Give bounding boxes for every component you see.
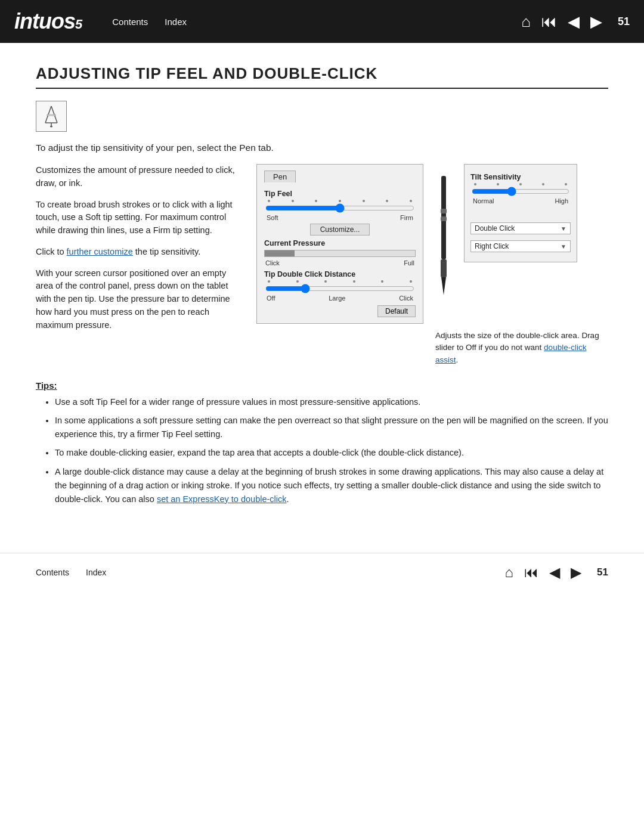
footer-nav: Contents Index — [36, 568, 106, 577]
tilt-panel: Tilt Sensitivity Normal — [464, 164, 577, 262]
tip-2: In some applications a soft pressure set… — [55, 414, 608, 441]
tips-list: Use a soft Tip Feel for a wider range of… — [55, 395, 608, 506]
tip-double-click-slider-container: Off Large Click — [264, 280, 416, 302]
tip-double-click-label: Tip Double Click Distance — [264, 270, 416, 278]
tilt-dots — [472, 183, 569, 185]
contents-link[interactable]: Contents — [112, 17, 148, 27]
tilt-slider-container: Normal High — [470, 183, 571, 205]
dot1 — [268, 200, 270, 202]
dot3 — [315, 200, 317, 202]
footer-icons: ⌂ ⏮ ◀ ▶ 51 — [505, 564, 608, 581]
large-label: Large — [329, 295, 345, 302]
footer-home-icon[interactable]: ⌂ — [505, 564, 514, 581]
home-icon[interactable]: ⌂ — [521, 13, 531, 31]
logo: intuos5 — [14, 9, 82, 34]
dcd-dot2 — [296, 280, 299, 283]
tip-feel-dots — [265, 200, 414, 202]
svg-rect-7 — [441, 259, 447, 277]
main-content: Adjusting Tip Feel and Double-Click To a… — [0, 43, 644, 535]
tip-feel-label: Tip Feel — [264, 190, 416, 198]
svg-rect-9 — [441, 209, 447, 213]
footer-first-icon[interactable]: ⏮ — [524, 564, 538, 581]
page-title: Adjusting Tip Feel and Double-Click — [36, 64, 608, 89]
panel-left-section: Tip Feel — [264, 190, 416, 317]
dcd-dot1 — [268, 280, 270, 283]
tilt-dot3 — [519, 183, 522, 185]
svg-point-4 — [50, 126, 52, 128]
para4: With your screen cursor positioned over … — [36, 267, 239, 332]
click-label: Click — [265, 259, 280, 267]
para1: Customizes the amount of pressure needed… — [36, 164, 239, 190]
dcd-dot3 — [324, 280, 327, 283]
para2: To create broad brush strokes or to clic… — [36, 199, 239, 237]
soft-label: Soft — [267, 214, 278, 221]
tilt-sensitivity-label: Tilt Sensitivity — [470, 173, 571, 181]
dcd-dots — [265, 280, 414, 283]
high-label: High — [555, 197, 568, 205]
further-customize-link[interactable]: further customize — [67, 247, 133, 256]
index-link[interactable]: Index — [165, 17, 187, 27]
dot5 — [363, 200, 365, 202]
tip-feel-slider[interactable] — [265, 204, 414, 212]
logo-text: intuos — [14, 9, 75, 34]
double-click-arrow: ▼ — [561, 225, 566, 232]
footer-next-icon[interactable]: ▶ — [571, 564, 581, 581]
tilt-labels: Normal High — [472, 197, 569, 205]
pen-drawing-icon — [42, 105, 60, 128]
right-click-label: Right Click — [475, 242, 509, 250]
double-click-section: Double Click ▼ — [470, 222, 571, 234]
dot4 — [339, 200, 341, 202]
tip-1: Use a soft Tip Feel for a wider range of… — [55, 395, 608, 409]
tilt-dot4 — [542, 183, 544, 185]
svg-marker-8 — [441, 277, 446, 295]
customize-button[interactable]: Customize... — [310, 224, 370, 236]
tilt-dot2 — [497, 183, 499, 185]
dcd-dot4 — [353, 280, 355, 283]
tilt-dot1 — [474, 183, 476, 185]
header-nav: Contents Index — [112, 17, 187, 27]
default-button[interactable]: Default — [377, 305, 416, 317]
full-label: Full — [404, 259, 414, 267]
footer-index-link[interactable]: Index — [86, 568, 106, 577]
right-click-section: Right Click ▼ — [470, 240, 571, 252]
right-click-arrow: ▼ — [561, 243, 566, 250]
tilt-slider[interactable] — [472, 187, 569, 196]
dcd-dot6 — [410, 280, 412, 283]
firm-label: Firm — [400, 214, 413, 221]
header-icons: ⌂ ⏮ ◀ ▶ 51 — [521, 13, 630, 31]
left-column: Customizes the amount of pressure needed… — [36, 164, 239, 340]
callout-text: Adjusts the size of the double-click are… — [435, 330, 608, 366]
callout-suffix: . — [456, 355, 459, 364]
tips-label: Tips: — [36, 380, 608, 391]
off-label: Off — [267, 295, 275, 302]
footer: Contents Index ⌂ ⏮ ◀ ▶ 51 — [0, 553, 644, 592]
pressure-bar — [264, 250, 416, 257]
pressure-labels: Click Full — [264, 259, 416, 267]
pen-svg — [435, 176, 452, 295]
pen-tab[interactable]: Pen — [264, 171, 296, 182]
next-page-icon[interactable]: ▶ — [590, 13, 602, 31]
pressure-fill — [265, 250, 295, 256]
control-panel: Pen Tip Feel — [256, 164, 423, 324]
panel-wrap: Pen Tip Feel — [256, 164, 608, 324]
dot6 — [386, 200, 388, 202]
first-page-icon[interactable]: ⏮ — [541, 13, 557, 31]
page-number-header: 51 — [618, 16, 630, 28]
tip-feel-labels: Soft Firm — [265, 214, 414, 221]
click2-label: Click — [399, 295, 413, 302]
tilt-dot5 — [565, 183, 567, 185]
expresskey-link[interactable]: set an ExpressKey to double-click — [157, 494, 287, 504]
current-pressure-label: Current Pressure — [264, 239, 416, 247]
pen-illustration-container — [435, 164, 452, 324]
pen-icon-box — [36, 101, 67, 132]
prev-page-icon[interactable]: ◀ — [568, 13, 580, 31]
tip-4: A large double-click distance may cause … — [55, 465, 608, 507]
tip-double-click-slider[interactable] — [265, 284, 414, 293]
header: intuos5 Contents Index ⌂ ⏮ ◀ ▶ 51 — [0, 0, 644, 43]
right-click-dropdown[interactable]: Right Click ▼ — [470, 240, 571, 252]
double-click-dropdown[interactable]: Double Click ▼ — [470, 222, 571, 234]
tip-feel-slider-container: Soft Firm — [264, 200, 416, 221]
default-clearfix: Default — [264, 304, 416, 317]
footer-prev-icon[interactable]: ◀ — [549, 564, 560, 581]
footer-contents-link[interactable]: Contents — [36, 568, 69, 577]
